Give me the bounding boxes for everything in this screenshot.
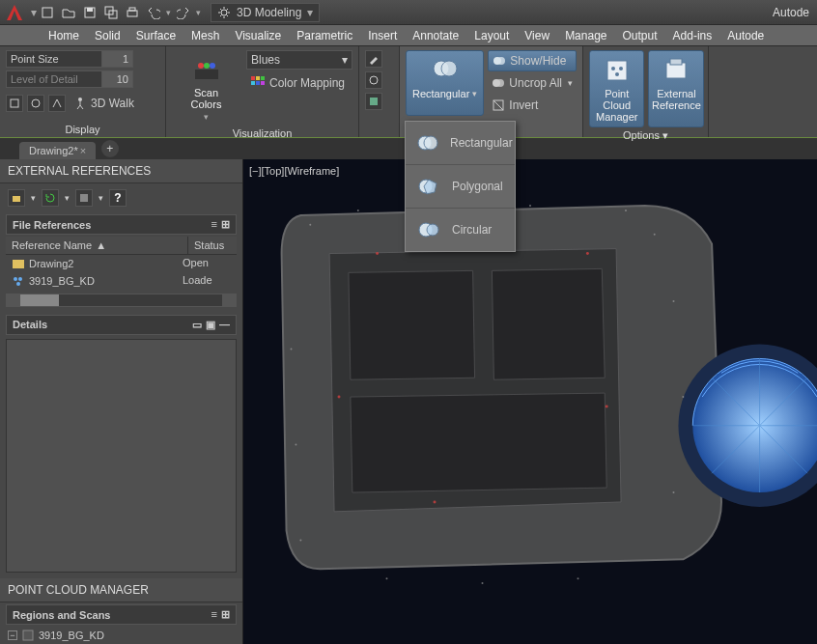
tab-mesh[interactable]: Mesh — [191, 29, 219, 42]
details-view1-icon[interactable]: ▭ — [192, 319, 202, 331]
rectangular-crop-button[interactable]: Rectangular▾ — [406, 50, 484, 116]
tab-solid[interactable]: Solid — [95, 29, 121, 42]
workspace-selector[interactable]: 3D Modeling ▾ — [211, 3, 320, 22]
3d-walk-button[interactable]: 3D Walk — [70, 93, 138, 114]
panel-options-label[interactable]: Options ▾ — [589, 127, 702, 142]
dropdown-item-rectangular[interactable]: Rectangular — [406, 122, 515, 165]
dropdown-polygonal-label: Polygonal — [452, 180, 503, 193]
scroll-right-icon[interactable] — [222, 294, 236, 306]
help-button[interactable]: ? — [109, 189, 127, 207]
viewport-controls[interactable]: [−][Top][Wireframe] — [249, 165, 340, 177]
display-toggle-1[interactable] — [6, 95, 23, 112]
details-collapse-icon[interactable]: — — [219, 319, 230, 331]
viewport-controls-label[interactable]: [−][Top][Wireframe] — [249, 165, 339, 177]
point-size-value[interactable]: 1 — [102, 50, 133, 68]
tree-view-icon[interactable]: ⊞ — [221, 218, 230, 231]
svg-point-51 — [309, 224, 311, 226]
tab-manage[interactable]: Manage — [565, 29, 606, 42]
scroll-left-icon[interactable] — [7, 294, 20, 306]
tab-surface[interactable]: Surface — [136, 29, 176, 42]
plot-icon[interactable] — [124, 4, 141, 21]
col-reference-name[interactable]: Reference Name ▲ — [6, 237, 188, 254]
tab-view[interactable]: View — [524, 29, 549, 42]
tree-collapse-icon[interactable]: − — [8, 630, 17, 640]
show-hide-label: Show/Hide — [510, 54, 566, 68]
chevron-down-icon[interactable]: ▾ — [99, 193, 103, 203]
tab-addins[interactable]: Add-ins — [673, 29, 713, 42]
extref-icon — [661, 55, 691, 86]
scan-colors-button[interactable]: Scan Colors ▾ — [172, 50, 240, 126]
close-icon[interactable]: × — [80, 145, 92, 156]
tab-overflow[interactable]: Autode — [727, 29, 764, 42]
svg-rect-0 — [42, 8, 52, 17]
tab-visualize[interactable]: Visualize — [235, 29, 281, 42]
tab-layout[interactable]: Layout — [474, 29, 509, 42]
svg-point-28 — [496, 79, 504, 87]
save-icon[interactable] — [81, 4, 99, 21]
pcm-view2-icon[interactable]: ⊞ — [221, 608, 230, 621]
tab-output[interactable]: Output — [623, 29, 658, 42]
tab-home[interactable]: Home — [48, 29, 79, 42]
chevron-down-icon[interactable]: ▾ — [31, 193, 36, 203]
svg-rect-22 — [370, 98, 378, 105]
redo-dropdown-icon[interactable]: ▾ — [196, 8, 201, 17]
dropdown-item-polygonal[interactable]: Polygonal — [406, 165, 515, 209]
file-ref-row[interactable]: 3919_BG_KD Loade — [6, 272, 237, 290]
eyedropper-button[interactable] — [365, 50, 382, 68]
tab-parametric[interactable]: Parametric — [296, 29, 352, 42]
attach-button[interactable] — [8, 189, 25, 207]
tab-annotate[interactable]: Annotate — [412, 29, 459, 42]
redo-icon[interactable] — [175, 4, 192, 21]
svg-rect-15 — [251, 76, 255, 80]
viewport[interactable]: [−][Top][Wireframe] — [243, 159, 817, 644]
svg-rect-16 — [256, 76, 260, 80]
display-toggle-2[interactable] — [27, 95, 44, 112]
svg-point-21 — [370, 76, 378, 84]
pcm-view1-icon[interactable]: ≡ — [211, 608, 217, 621]
svg-point-61 — [682, 396, 684, 398]
uncrop-all-button[interactable]: Uncrop All ▾ — [488, 72, 577, 94]
lod-value[interactable]: 10 — [102, 70, 133, 88]
colorization-combo[interactable]: Blues ▾ — [246, 50, 352, 70]
open-icon[interactable] — [60, 4, 77, 21]
chevron-down-icon: ▾ — [568, 78, 573, 88]
extref-tool3[interactable] — [75, 189, 93, 207]
display-toggle-3[interactable] — [48, 95, 66, 112]
svg-rect-20 — [261, 81, 265, 85]
undo-icon[interactable] — [145, 4, 162, 21]
point-cloud-manager-button[interactable]: Point Cloud Manager — [589, 50, 644, 127]
app-logo[interactable] — [4, 2, 25, 23]
chevron-down-icon: ▾ — [342, 53, 348, 67]
list-view-icon[interactable]: ≡ — [211, 218, 217, 231]
svg-point-68 — [586, 252, 589, 255]
circular-icon — [415, 216, 442, 243]
svg-rect-35 — [670, 59, 682, 65]
file-ref-row[interactable]: Drawing2 Open — [6, 255, 237, 272]
svg-rect-11 — [195, 70, 218, 79]
invert-button[interactable]: Invert — [488, 95, 577, 116]
chevron-down-icon[interactable]: ▾ — [65, 193, 70, 203]
col-status[interactable]: Status — [188, 237, 237, 254]
tool2-button[interactable] — [365, 71, 382, 89]
tree-root-row[interactable]: − 3919_BG_KD — [0, 627, 242, 644]
show-hide-button[interactable]: Show/Hide — [488, 50, 577, 71]
point-size-label: Point Size — [6, 50, 102, 68]
new-doc-tab[interactable]: + — [101, 140, 119, 157]
horizontal-scrollbar[interactable] — [6, 294, 237, 307]
details-view2-icon[interactable]: ▣ — [206, 319, 215, 331]
svg-point-40 — [427, 224, 438, 236]
doc-tab-drawing2[interactable]: Drawing2* × — [19, 142, 96, 159]
refresh-button[interactable] — [42, 189, 59, 207]
new-icon[interactable] — [39, 4, 56, 21]
saveas-icon[interactable] — [102, 4, 120, 21]
dropdown-item-circular[interactable]: Circular — [406, 209, 515, 251]
external-reference-button[interactable]: External Reference — [648, 50, 704, 127]
undo-dropdown-icon[interactable]: ▾ — [166, 8, 171, 17]
app-menu-dropdown-icon[interactable]: ▾ — [31, 6, 37, 19]
tool3-button[interactable] — [365, 93, 382, 110]
color-mapping-button[interactable]: Color Mapping — [246, 72, 352, 94]
svg-point-66 — [376, 252, 379, 255]
tab-insert[interactable]: Insert — [368, 29, 397, 42]
svg-point-31 — [611, 67, 615, 70]
scroll-thumb[interactable] — [20, 294, 59, 306]
